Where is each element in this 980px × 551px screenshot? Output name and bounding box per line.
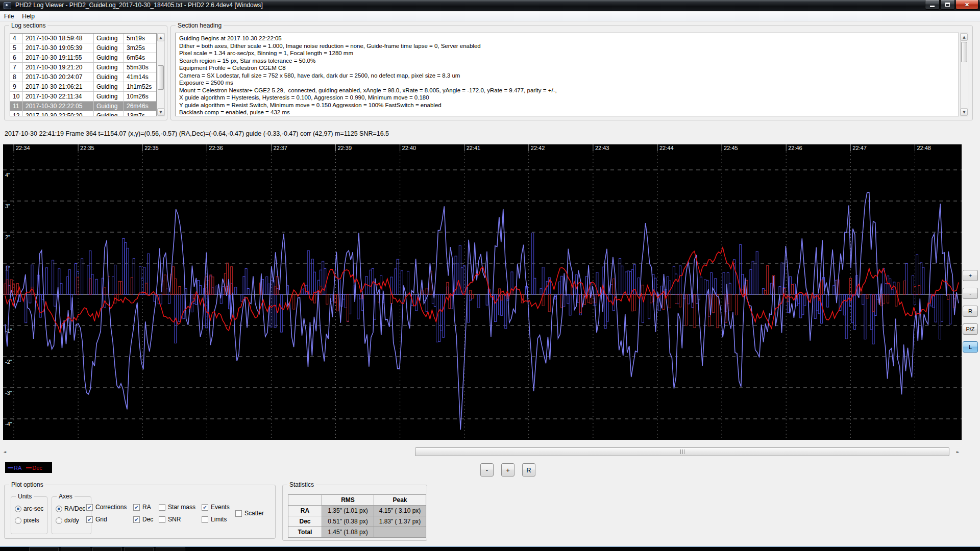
log-section-row[interactable]: 122017-10-30 22:50:20Guiding13m7s bbox=[10, 111, 156, 116]
log-section-cell[interactable]: 26m46s bbox=[124, 102, 156, 111]
nav-button-r[interactable]: R bbox=[522, 463, 535, 477]
chart-hscrollbar[interactable]: ◄ ► bbox=[1, 447, 962, 456]
log-section-row[interactable]: 82017-10-30 20:24:07Guiding41m14s bbox=[10, 72, 156, 82]
scroll-up-icon[interactable]: ▲ bbox=[157, 34, 164, 41]
log-section-cell[interactable]: 5 bbox=[10, 43, 23, 53]
log-section-row[interactable]: 62017-10-30 19:11:55Guiding6m54s bbox=[10, 53, 156, 63]
log-section-cell[interactable]: 1h1m52s bbox=[124, 82, 156, 91]
taskbar-button[interactable] bbox=[124, 547, 154, 551]
log-section-row[interactable]: 42017-10-30 18:59:48Guiding5m19s bbox=[10, 34, 156, 43]
log-section-cell[interactable]: Guiding bbox=[94, 53, 124, 62]
log-section-row[interactable]: 52017-10-30 19:05:39Guiding3m25s bbox=[10, 43, 156, 53]
svg-text:22:35: 22:35 bbox=[80, 145, 94, 151]
checkbox-scatter[interactable]: Scatter bbox=[235, 510, 264, 517]
section-heading-scrollbar[interactable]: ▲ ▼ bbox=[960, 33, 968, 116]
log-section-cell[interactable]: 2017-10-30 19:05:39 bbox=[23, 43, 94, 53]
log-section-cell[interactable]: 9 bbox=[10, 82, 23, 91]
log-section-cell[interactable]: Guiding bbox=[94, 102, 124, 111]
checkbox-events[interactable]: ✔Events bbox=[202, 504, 230, 511]
log-section-cell[interactable]: 6 bbox=[10, 53, 23, 62]
guide-chart[interactable]: 22:3422:3522:3522:3622:3722:3922:4022:41… bbox=[3, 144, 962, 440]
menu-help[interactable]: Help bbox=[18, 12, 39, 20]
chart-button-l[interactable]: L bbox=[963, 341, 978, 353]
log-section-cell[interactable]: 3m25s bbox=[124, 43, 156, 53]
chart-button--[interactable]: - bbox=[963, 288, 978, 299]
log-section-cell[interactable]: 5m19s bbox=[124, 34, 156, 43]
log-section-cell[interactable]: 10 bbox=[10, 92, 23, 101]
maximize-button[interactable] bbox=[940, 0, 955, 10]
chart-nav-buttons: -+R bbox=[480, 463, 535, 477]
log-section-cell[interactable]: 2017-10-30 18:59:48 bbox=[23, 34, 94, 43]
y-tick-label: 4" bbox=[5, 172, 10, 178]
scroll-left-icon[interactable]: ◄ bbox=[1, 448, 9, 456]
chart-button-pz[interactable]: P/Z bbox=[963, 323, 978, 335]
log-section-cell[interactable]: 2017-10-30 22:11:34 bbox=[23, 92, 94, 101]
scroll-up-icon[interactable]: ▲ bbox=[961, 33, 968, 41]
taskbar-button[interactable] bbox=[61, 547, 90, 551]
axes-radio-ra-dec[interactable]: RA/Dec bbox=[56, 505, 85, 512]
log-sections-scrollbar[interactable]: ▲ ▼ bbox=[157, 33, 165, 116]
log-section-cell[interactable]: 8 bbox=[10, 72, 23, 82]
scrollbar-thumb[interactable] bbox=[158, 65, 164, 90]
log-sections-table: 42017-10-30 18:59:48Guiding5m19s52017-10… bbox=[10, 33, 157, 116]
units-radio-arc-sec[interactable]: arc-sec bbox=[15, 505, 43, 512]
log-section-row[interactable]: 92017-10-30 21:06:21Guiding1h1m52s bbox=[10, 82, 156, 92]
log-section-cell[interactable]: Guiding bbox=[94, 82, 124, 91]
log-section-cell[interactable]: Guiding bbox=[94, 111, 124, 116]
units-radio-pixels[interactable]: pixels bbox=[15, 517, 39, 524]
log-section-cell[interactable]: 10m26s bbox=[124, 92, 156, 101]
close-button[interactable]: ✕ bbox=[955, 0, 978, 10]
chart-button-r[interactable]: R bbox=[963, 306, 978, 317]
scrollbar-thumb[interactable] bbox=[961, 42, 967, 62]
log-section-cell[interactable]: 11 bbox=[10, 102, 23, 111]
legend-label: RA bbox=[14, 465, 21, 471]
scroll-down-icon[interactable]: ▼ bbox=[961, 108, 968, 116]
log-section-cell[interactable]: 2017-10-30 22:22:05 bbox=[23, 102, 94, 111]
minimize-button[interactable] bbox=[925, 0, 940, 10]
section-heading-panel: Section heading Guiding Begins at 2017-1… bbox=[170, 26, 973, 120]
guide-chart-svg: 22:3422:3522:3522:3622:3722:3922:4022:41… bbox=[3, 144, 962, 440]
log-section-cell[interactable]: 12 bbox=[10, 111, 23, 116]
checkbox-corrections[interactable]: ✔Corrections bbox=[86, 504, 127, 511]
nav-button--[interactable]: - bbox=[480, 463, 494, 477]
log-section-cell[interactable]: Guiding bbox=[94, 63, 124, 72]
log-section-row[interactable]: 112017-10-30 22:22:05Guiding26m46s bbox=[10, 102, 156, 111]
hscrollbar-thumb[interactable] bbox=[415, 447, 949, 456]
nav-button-+[interactable]: + bbox=[501, 463, 514, 477]
checkbox-label: Limits bbox=[211, 516, 227, 523]
stats-row-ra: RA1.35" (1.01 px)4.15" ( 3.10 px) bbox=[288, 506, 426, 516]
taskbar-button[interactable] bbox=[156, 547, 185, 551]
log-section-cell[interactable]: 2017-10-30 22:50:20 bbox=[23, 111, 94, 116]
checkbox-ra[interactable]: ✔RA bbox=[133, 504, 151, 511]
log-section-cell[interactable]: Guiding bbox=[94, 72, 124, 82]
log-section-cell[interactable]: 41m14s bbox=[124, 72, 156, 82]
log-section-cell[interactable]: 7 bbox=[10, 63, 23, 72]
log-section-row[interactable]: 102017-10-30 22:11:34Guiding10m26s bbox=[10, 92, 156, 102]
log-section-cell[interactable]: 6m54s bbox=[124, 53, 156, 62]
checkbox-snr[interactable]: SNR bbox=[159, 516, 181, 523]
log-section-cell[interactable]: 2017-10-30 19:11:55 bbox=[23, 53, 94, 62]
taskbar-button[interactable] bbox=[92, 547, 122, 551]
checkbox-grid[interactable]: ✔Grid bbox=[86, 516, 107, 523]
scroll-down-icon[interactable]: ▼ bbox=[157, 108, 164, 116]
log-section-cell[interactable]: 2017-10-30 20:24:07 bbox=[23, 72, 94, 82]
log-section-cell[interactable]: 2017-10-30 19:21:20 bbox=[23, 63, 94, 72]
taskbar-button[interactable] bbox=[29, 547, 59, 551]
checkbox-dec[interactable]: ✔Dec bbox=[133, 516, 153, 523]
log-section-cell[interactable]: Guiding bbox=[94, 43, 124, 53]
radio-icon bbox=[56, 517, 62, 524]
scroll-right-icon[interactable]: ► bbox=[954, 448, 962, 456]
axes-radio-dx-dy[interactable]: dx/dy bbox=[56, 517, 79, 524]
log-section-cell[interactable]: Guiding bbox=[94, 92, 124, 101]
log-section-cell[interactable]: 55m30s bbox=[124, 63, 156, 72]
checkbox-star-mass[interactable]: Star mass bbox=[159, 504, 195, 511]
chart-button-+[interactable]: + bbox=[963, 270, 978, 281]
log-section-cell[interactable]: 13m7s bbox=[124, 111, 156, 116]
log-section-cell[interactable]: 2017-10-30 21:06:21 bbox=[23, 82, 94, 91]
menu-file[interactable]: File bbox=[0, 12, 18, 20]
checkbox-limits[interactable]: Limits bbox=[202, 516, 227, 523]
log-section-row[interactable]: 72017-10-30 19:21:20Guiding55m30s bbox=[10, 63, 156, 72]
log-section-cell[interactable]: Guiding bbox=[94, 34, 124, 43]
svg-text:22:40: 22:40 bbox=[402, 145, 416, 151]
log-section-cell[interactable]: 4 bbox=[10, 34, 23, 43]
